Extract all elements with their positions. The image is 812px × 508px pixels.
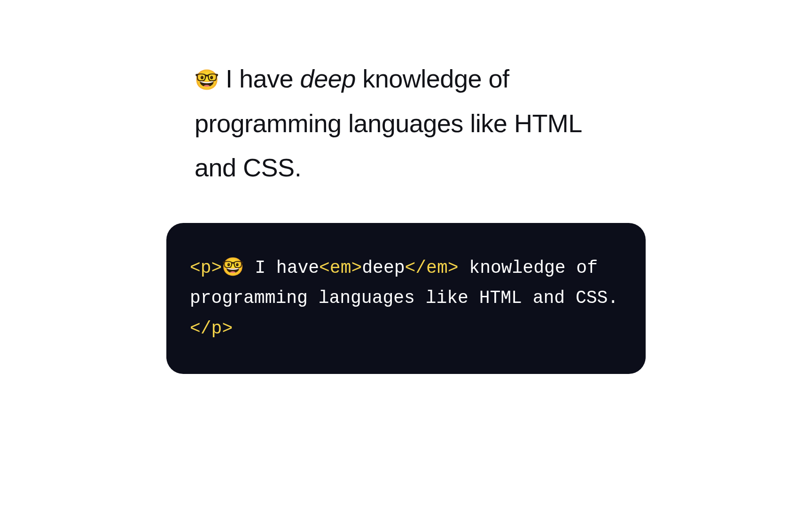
code-tag-em-close: </em> [405,258,459,278]
nerd-face-icon: 🤓 [195,69,219,91]
code-tag-em-open: <em> [319,258,362,278]
code-em-text: deep [362,258,405,278]
example-paragraph: 🤓 I have deep knowledge of programming l… [195,56,627,190]
paragraph-emphasis: deep [300,64,356,93]
paragraph-text-before-em: I have [219,64,300,93]
code-tag-p-open: <p> [190,258,222,278]
code-text-1: I have [244,258,319,278]
code-tag-p-close: </p> [190,318,233,339]
code-emoji: 🤓 [222,258,244,278]
code-block: <p>🤓 I have<em>deep</em> knowledge of pr… [166,223,646,374]
